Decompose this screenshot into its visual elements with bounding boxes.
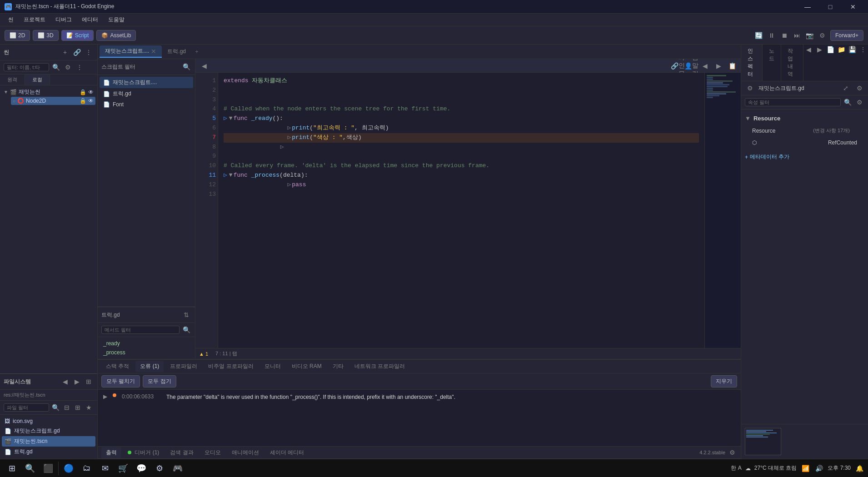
right-nav-next-icon[interactable]: ▶ bbox=[814, 45, 824, 55]
fs-grid-icon[interactable]: ⊞ bbox=[73, 402, 83, 412]
bottom-settings-icon[interactable]: ⚙ bbox=[727, 447, 737, 457]
scene-lock-icon[interactable]: 🔒 bbox=[80, 89, 86, 95]
tab-errors[interactable]: 오류 (1) bbox=[135, 361, 164, 372]
inspector-filter-input[interactable] bbox=[745, 98, 841, 106]
expand-all-btn[interactable]: 모두 펼치기 bbox=[101, 375, 140, 388]
scene-filter-extra-icon[interactable]: ⋮ bbox=[75, 62, 85, 72]
taskbar-store-icon[interactable]: 🛒 bbox=[115, 460, 131, 477]
toolbar-forward-btn[interactable]: Forward+ bbox=[830, 30, 863, 41]
meta-add-button[interactable]: + 메타데이터 추가 bbox=[741, 151, 868, 163]
close-button[interactable]: ✕ bbox=[843, 0, 863, 14]
toolbar-assetlib-btn[interactable]: 📦 AssetLib bbox=[96, 30, 136, 41]
toolbar-settings-icon[interactable]: ⚙ bbox=[818, 30, 828, 40]
tab-misc[interactable]: 기타 bbox=[328, 361, 348, 372]
taskbar-mail-icon[interactable]: ✉ bbox=[97, 460, 113, 477]
taskbar-app7-icon[interactable]: 🎮 bbox=[170, 460, 186, 477]
fs-file-scene[interactable]: 🎬 재밋는씬.tscn bbox=[2, 436, 95, 447]
tab-remote[interactable]: 원격 bbox=[0, 75, 25, 85]
methods-sort-icon[interactable]: ⇅ bbox=[181, 310, 191, 320]
method-process[interactable]: _process bbox=[100, 348, 193, 357]
taskbar-app5-icon[interactable]: 💬 bbox=[133, 460, 150, 477]
taskbar-start-icon[interactable]: ⊞ bbox=[4, 460, 20, 477]
fs-file-truck[interactable]: 📄 트럭.gd bbox=[2, 447, 95, 457]
scene-filter-options-icon[interactable]: ⚙ bbox=[63, 62, 73, 72]
tab-visual-profiler[interactable]: 비주얼 프로파일러 bbox=[204, 361, 258, 372]
taskbar-network-icon[interactable]: 📶 bbox=[800, 463, 810, 473]
script-tab-truck[interactable]: 트럭.gd bbox=[162, 46, 191, 57]
tree-root-scene[interactable]: ▼ 🎬 재밋는씬 🔒 👁 bbox=[2, 87, 95, 97]
collapse-left-icon[interactable]: ◀ bbox=[199, 61, 209, 71]
tab-shader-editor[interactable]: 셰이더 에디터 bbox=[265, 447, 309, 458]
script-file-font[interactable]: 📄 Font bbox=[100, 99, 193, 109]
inspector-filter-extra-icon[interactable]: ⚙ bbox=[854, 97, 864, 107]
taskbar-explorer-icon[interactable]: 🗂 bbox=[79, 460, 95, 477]
tab-audio[interactable]: 오디오 bbox=[200, 447, 225, 458]
error-item-0[interactable]: ▶ 0:00:06:0633 The parameter "delta" is … bbox=[100, 392, 739, 403]
tab-node[interactable]: 노드 bbox=[763, 45, 781, 81]
tab-stack-trace[interactable]: 스택 추적 bbox=[101, 361, 134, 372]
toolbar-step-icon[interactable]: ⏭ bbox=[792, 30, 802, 40]
tab-local[interactable]: 로컬 bbox=[25, 75, 50, 85]
scene-filter-input[interactable] bbox=[4, 63, 49, 71]
tab-output[interactable]: 출력 bbox=[101, 447, 121, 458]
scene-eye-icon[interactable]: 👁 bbox=[88, 89, 94, 95]
right-menu-icon[interactable]: ⋮ bbox=[858, 45, 868, 55]
fs-fav-icon[interactable]: ★ bbox=[85, 402, 94, 412]
method-filter-input[interactable] bbox=[101, 326, 180, 334]
nav-prev-icon[interactable]: ◀ bbox=[700, 61, 710, 71]
inspector-settings-icon[interactable]: ⚙ bbox=[745, 83, 755, 93]
taskbar-edge-icon[interactable]: 🔵 bbox=[60, 460, 77, 477]
tab-debugger[interactable]: 디버거 (1) bbox=[123, 447, 164, 458]
scene-menu-btn[interactable]: ⋮ bbox=[84, 47, 94, 57]
maximize-button[interactable]: □ bbox=[820, 0, 841, 14]
right-folder-icon[interactable]: 📁 bbox=[836, 45, 846, 55]
tab-video-ram[interactable]: 비디오 RAM bbox=[287, 361, 326, 372]
taskbar-search-icon[interactable]: 🔍 bbox=[22, 460, 38, 477]
help-search-btn[interactable]: 👤 도움말 검색 bbox=[686, 61, 696, 71]
fs-split-icon[interactable]: ⊞ bbox=[84, 377, 94, 387]
tab-profiler[interactable]: 프로파일러 bbox=[165, 361, 202, 372]
fs-filter-input[interactable] bbox=[4, 403, 49, 412]
tab-monitor[interactable]: 모니터 bbox=[260, 361, 285, 372]
toolbar-refresh-icon[interactable]: 🔄 bbox=[754, 30, 764, 40]
menu-debug[interactable]: 디버그 bbox=[51, 15, 76, 25]
minimize-button[interactable]: — bbox=[797, 0, 818, 14]
toolbar-2d-btn[interactable]: ⬜ 2D bbox=[5, 30, 30, 41]
tree-node2d[interactable]: ○ ⭕ Node2D 🔒 👁 bbox=[11, 97, 95, 105]
collapse-all-btn[interactable]: 모두 접기 bbox=[143, 375, 176, 388]
right-save-icon[interactable]: 💾 bbox=[847, 45, 857, 55]
tab-animation[interactable]: 애니메이션 bbox=[227, 447, 264, 458]
tab-history[interactable]: 작업 내역 bbox=[781, 45, 803, 81]
clear-btn[interactable]: 지우기 bbox=[711, 375, 737, 388]
right-nav-prev-icon[interactable]: ◀ bbox=[803, 45, 813, 55]
inspector-filter-search-icon[interactable]: 🔍 bbox=[843, 97, 853, 107]
resource-item-refcounted[interactable]: ⬡ RefCounted bbox=[745, 138, 864, 148]
menu-project[interactable]: 프로젝트 bbox=[19, 15, 50, 25]
close-tab-main-icon[interactable]: ✕ bbox=[151, 48, 156, 55]
menu-help[interactable]: 도움말 bbox=[104, 15, 129, 25]
online-docs-btn[interactable]: 🔗 온라인 문서 bbox=[673, 61, 683, 71]
code-lines[interactable]: extends 자동차클래스 # Called when the node en… bbox=[218, 73, 704, 348]
taskbar-volume-icon[interactable]: 🔊 bbox=[814, 463, 824, 473]
toolbar-pause-icon[interactable]: ⏸ bbox=[767, 30, 777, 40]
method-filter-search-icon[interactable]: 🔍 bbox=[181, 325, 191, 335]
resource-header[interactable]: ▼ Resource bbox=[745, 113, 864, 124]
method-ready[interactable]: _ready bbox=[100, 339, 193, 348]
taskbar-notification-icon[interactable]: 🔔 bbox=[854, 463, 864, 473]
script-tab-main[interactable]: 재밋는스크립트.... ✕ bbox=[100, 45, 162, 58]
script-file-main[interactable]: 📄 재밋는스크립트.... bbox=[100, 77, 193, 88]
fs-file-script[interactable]: 📄 재밋는스크립트.gd bbox=[2, 426, 95, 436]
taskbar-task-icon[interactable]: ⬛ bbox=[40, 460, 56, 477]
menu-editor[interactable]: 에디터 bbox=[77, 15, 103, 25]
error-expand-icon[interactable]: ▶ bbox=[103, 393, 107, 400]
toolbar-camera-icon[interactable]: 📷 bbox=[805, 30, 815, 40]
toolbar-3d-btn[interactable]: ⬜ 3D bbox=[33, 30, 58, 41]
fs-prev-icon[interactable]: ◀ bbox=[60, 377, 70, 387]
inspector-expand-icon[interactable]: ⤢ bbox=[841, 83, 851, 93]
scene-add-btn[interactable]: + bbox=[60, 47, 70, 57]
add-tab-button[interactable]: + bbox=[191, 46, 202, 57]
scene-filter-search-icon[interactable]: 🔍 bbox=[51, 62, 61, 72]
nav-next-icon[interactable]: ▶ bbox=[713, 61, 723, 71]
fs-filter-search-icon[interactable]: 🔍 bbox=[51, 402, 60, 412]
toolbar-stop-icon[interactable]: ⏹ bbox=[779, 30, 789, 40]
